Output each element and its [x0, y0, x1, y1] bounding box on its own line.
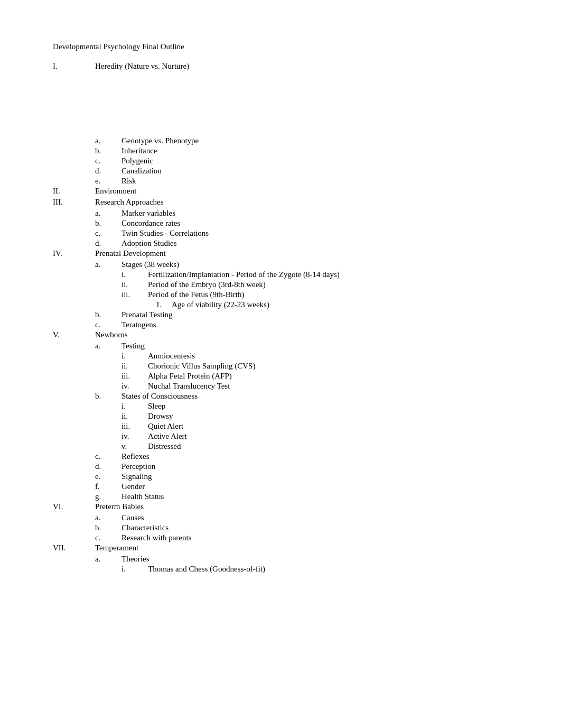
section-ii: II. Environment	[53, 187, 508, 196]
section-v-g-label: Health Status	[121, 492, 508, 501]
section-vi-b-label: Characteristics	[121, 523, 508, 532]
section-i-d: d. Canalization	[53, 167, 508, 176]
section-v-b-i-num: i.	[121, 402, 148, 411]
section-v-d: d. Perception	[53, 462, 508, 471]
section-iii-c-num: c.	[95, 229, 121, 238]
section-vii-a-i: i. Thomas and Chess (Goodness-of-fit)	[53, 565, 508, 574]
section-v-a-i-label: Amniocentesis	[148, 352, 508, 361]
section-ii-label: Environment	[95, 187, 508, 196]
section-i-label: Heredity (Nature vs. Nurture)	[95, 62, 508, 71]
section-iv-a-iii-1-label: Age of viability (22-23 weeks)	[172, 300, 508, 309]
section-v-a-iv: iv. Nuchal Translucency Test	[53, 382, 508, 391]
section-v-b-ii-label: Drowsy	[148, 412, 508, 421]
section-v: V. Newborns	[53, 330, 508, 339]
section-vi-c: c. Research with parents	[53, 533, 508, 542]
section-i-a-label: Genotype vs. Phenotype	[121, 136, 508, 145]
section-v-g-num: g.	[95, 492, 121, 501]
section-vii-label: Temperament	[95, 543, 508, 552]
section-iv-a-iii: iii. Period of the Fetus (9th-Birth)	[53, 290, 508, 299]
section-iv-a-iii-1-num: 1.	[156, 300, 172, 309]
section-v-b-label: States of Consciousness	[121, 392, 508, 401]
section-v-d-label: Perception	[121, 462, 508, 471]
section-v-a-ii: ii. Chorionic Villus Sampling (CVS)	[53, 362, 508, 371]
section-i-c-num: c.	[95, 156, 121, 165]
section-i-d-label: Canalization	[121, 167, 508, 176]
section-iii-b-num: b.	[95, 219, 121, 228]
section-v-f: f. Gender	[53, 482, 508, 491]
section-iv-label: Prenatal Development	[95, 249, 508, 258]
section-v-a-label: Testing	[121, 342, 508, 351]
section-v-e: e. Signaling	[53, 472, 508, 481]
section-v-a-i-num: i.	[121, 352, 148, 361]
section-v-b-ii: ii. Drowsy	[53, 412, 508, 421]
section-v-c-label: Reflexes	[121, 452, 508, 461]
section-vii-a: a. Theories	[53, 555, 508, 564]
section-v-label: Newborns	[95, 330, 508, 339]
section-iii-a-num: a.	[95, 209, 121, 218]
section-v-b-v: v. Distressed	[53, 442, 508, 451]
section-vi-a-num: a.	[95, 513, 121, 522]
section-v-f-label: Gender	[121, 482, 508, 491]
section-v-a-num: a.	[95, 342, 121, 351]
section-vi-num: VI.	[53, 502, 95, 511]
section-vii: VII. Temperament	[53, 543, 508, 552]
section-i-c-label: Polygenic	[121, 156, 508, 165]
section-v-b-iii-label: Quiet Alert	[148, 422, 508, 431]
section-i-e-label: Risk	[121, 177, 508, 186]
section-iv-a-label: Stages (38 weeks)	[121, 260, 508, 269]
section-iii-d-label: Adoption Studies	[121, 239, 508, 248]
section-v-e-label: Signaling	[121, 472, 508, 481]
section-i-e: e. Risk	[53, 177, 508, 186]
section-v-a-ii-label: Chorionic Villus Sampling (CVS)	[148, 362, 508, 371]
section-v-c: c. Reflexes	[53, 452, 508, 461]
section-iv-a-i-label: Fertilization/Implantation - Period of t…	[148, 270, 508, 279]
section-iii-c-label: Twin Studies - Correlations	[121, 229, 508, 238]
section-iv: IV. Prenatal Development	[53, 249, 508, 258]
section-iv-b-label: Prenatal Testing	[121, 310, 508, 319]
outline-container: I. Heredity (Nature vs. Nurture) a. Geno…	[53, 62, 508, 574]
section-v-b-iv-num: iv.	[121, 432, 148, 441]
section-iv-b: b. Prenatal Testing	[53, 310, 508, 319]
section-v-num: V.	[53, 330, 95, 339]
section-i-a-num: a.	[95, 136, 121, 145]
section-v-e-num: e.	[95, 472, 121, 481]
section-v-g: g. Health Status	[53, 492, 508, 501]
section-v-b-ii-num: ii.	[121, 412, 148, 421]
section-vii-num: VII.	[53, 543, 95, 552]
section-v-b-iv-label: Active Alert	[148, 432, 508, 441]
section-v-a-iv-num: iv.	[121, 382, 148, 391]
section-i-c: c. Polygenic	[53, 156, 508, 165]
section-i: I. Heredity (Nature vs. Nurture)	[53, 62, 508, 71]
section-iv-a-iii-label: Period of the Fetus (9th-Birth)	[148, 290, 508, 299]
section-vi-c-label: Research with parents	[121, 533, 508, 542]
section-vi-a-label: Causes	[121, 513, 508, 522]
section-v-b-iii: iii. Quiet Alert	[53, 422, 508, 431]
section-iii-label: Research Approaches	[95, 198, 508, 207]
section-vi-label: Preterm Babies	[95, 502, 508, 511]
section-v-a-i: i. Amniocentesis	[53, 352, 508, 361]
section-i-e-num: e.	[95, 177, 121, 186]
section-v-b-v-label: Distressed	[148, 442, 508, 451]
section-iv-a-num: a.	[95, 260, 121, 269]
section-iii-a: a. Marker variables	[53, 209, 508, 218]
section-v-b-iii-num: iii.	[121, 422, 148, 431]
section-iv-c-num: c.	[95, 320, 121, 329]
section-i-b-label: Inheritance	[121, 146, 508, 155]
section-iv-b-num: b.	[95, 310, 121, 319]
section-iii-c: c. Twin Studies - Correlations	[53, 229, 508, 238]
section-iii-d: d. Adoption Studies	[53, 239, 508, 248]
section-iii-num: III.	[53, 198, 95, 207]
section-iv-a-ii: ii. Period of the Embryo (3rd-8th week)	[53, 280, 508, 289]
section-v-b-i-label: Sleep	[148, 402, 508, 411]
section-vi-b-num: b.	[95, 523, 121, 532]
section-iii-a-label: Marker variables	[121, 209, 508, 218]
section-vi-a: a. Causes	[53, 513, 508, 522]
section-vii-a-i-label: Thomas and Chess (Goodness-of-fit)	[148, 565, 508, 574]
section-v-a-iii: iii. Alpha Fetal Protein (AFP)	[53, 372, 508, 381]
section-iv-a-ii-num: ii.	[121, 280, 148, 289]
section-iv-c: c. Teratogens	[53, 320, 508, 329]
section-i-num: I.	[53, 62, 95, 71]
section-vii-a-i-num: i.	[121, 565, 148, 574]
section-v-b-iv: iv. Active Alert	[53, 432, 508, 441]
section-iv-a-iii-1: 1. Age of viability (22-23 weeks)	[53, 300, 508, 309]
